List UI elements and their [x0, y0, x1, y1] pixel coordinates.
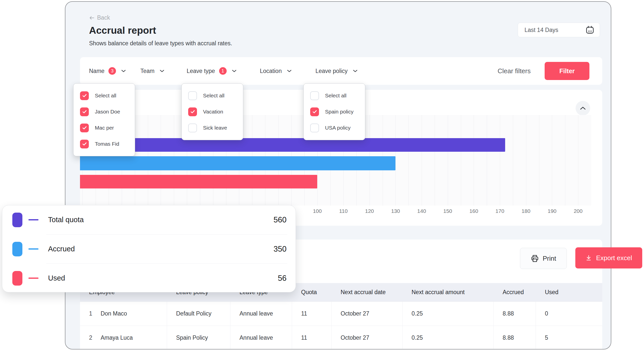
- export-excel-button[interactable]: Export excel: [575, 247, 642, 268]
- table-cell: Default Policy: [167, 302, 230, 326]
- print-button[interactable]: Print: [520, 248, 567, 269]
- dropdown-option-usa-policy[interactable]: USA policy: [304, 120, 365, 136]
- axis-tick-label: 110: [339, 208, 347, 214]
- table-cell: 5: [536, 326, 602, 349]
- checkbox[interactable]: [188, 91, 197, 100]
- checkbox[interactable]: [310, 107, 319, 116]
- col-next-accrual-amount: Next accrual amount: [403, 283, 494, 301]
- table-cell: October 27: [332, 302, 403, 326]
- dropdown-option-tomas-fid[interactable]: Tomas Fid: [73, 136, 135, 152]
- table-cell: 8.88: [494, 302, 536, 326]
- export-excel-label: Export excel: [596, 254, 632, 262]
- filter-name-label: Name: [89, 68, 104, 74]
- filter-name[interactable]: Name 3: [89, 57, 126, 85]
- axis-tick-label: 100: [313, 208, 322, 214]
- dropdown-option-jason-doe[interactable]: Jason Doe: [73, 104, 135, 120]
- filter-bar: Name 3 Team Leave type 1 Location Leave …: [80, 57, 602, 85]
- printer-icon: [531, 254, 539, 263]
- legend-value: 56: [278, 274, 287, 283]
- table-cell: 8.88: [494, 326, 536, 349]
- option-label: Select all: [95, 93, 116, 99]
- clear-filters-button[interactable]: Clear filters: [498, 57, 531, 85]
- option-label: Spain policy: [325, 109, 353, 115]
- calendar-icon: [585, 25, 595, 35]
- table-cell: 11: [292, 326, 332, 349]
- bar-accrued: [80, 156, 395, 170]
- filter-button[interactable]: Filter: [545, 62, 589, 80]
- leave-type-filter-dropdown: Select all Vacation Sick leave: [181, 83, 243, 140]
- row-number: 1: [89, 310, 101, 317]
- filter-name-badge: 3: [108, 67, 116, 75]
- option-label: Jason Doe: [95, 109, 120, 115]
- checkbox[interactable]: [310, 91, 319, 100]
- date-range-picker[interactable]: Last 14 Days: [518, 23, 600, 37]
- chart-legend-card: Total quota 560 Accrued 350 Used 56: [2, 205, 296, 292]
- legend-row-used: Used 56: [2, 264, 296, 293]
- col-quota: Quota: [292, 283, 332, 301]
- filter-leave-type[interactable]: Leave type 1: [187, 57, 237, 85]
- chevron-down-icon: [232, 69, 237, 72]
- option-label: Mac per: [95, 125, 114, 131]
- axis-tick-label: 160: [469, 208, 478, 214]
- total-quota-dash: [28, 219, 38, 220]
- table-cell: October 27: [332, 326, 403, 349]
- page-title: Accrual report: [89, 25, 156, 36]
- col-accrued: Accrued: [494, 283, 536, 301]
- accrued-dash: [28, 248, 38, 250]
- legend-label: Accrued: [48, 245, 75, 253]
- checkbox[interactable]: [310, 124, 319, 132]
- table-cell: 0.25: [403, 302, 494, 326]
- download-icon: [585, 254, 592, 261]
- checkbox[interactable]: [80, 124, 89, 132]
- checkbox[interactable]: [80, 140, 89, 148]
- axis-tick-label: 130: [391, 208, 400, 214]
- employee-name: Amaya Luca: [101, 334, 133, 341]
- page: Back Accrual report Shows balance detail…: [0, 0, 644, 351]
- axis-tick-label: 120: [365, 208, 374, 214]
- checkbox[interactable]: [188, 107, 197, 116]
- leave-policy-filter-dropdown: Select all Spain policy USA policy: [303, 83, 365, 140]
- dropdown-option-vacation[interactable]: Vacation: [182, 104, 243, 120]
- filter-leave-policy[interactable]: Leave policy: [315, 57, 358, 85]
- checkbox[interactable]: [80, 91, 89, 100]
- dropdown-option-mac-per[interactable]: Mac per: [73, 120, 135, 136]
- date-range-value: Last 14 Days: [525, 27, 585, 33]
- dropdown-option-sick-leave[interactable]: Sick leave: [182, 120, 243, 136]
- filter-location[interactable]: Location: [260, 57, 292, 85]
- table-cell: Annual leave: [230, 302, 292, 326]
- dropdown-option-select-all[interactable]: Select all: [304, 88, 365, 104]
- checkbox[interactable]: [80, 107, 89, 116]
- back-link[interactable]: Back: [89, 14, 110, 21]
- legend-row-accrued: Accrued 350: [2, 235, 296, 263]
- bar-total-quota: [80, 138, 505, 152]
- dropdown-option-select-all[interactable]: Select all: [182, 88, 243, 104]
- dropdown-option-select-all[interactable]: Select all: [73, 88, 135, 104]
- name-filter-dropdown: Select all Jason Doe Mac per Tomas Fid: [73, 83, 135, 156]
- axis-tick-label: 170: [496, 208, 504, 214]
- dropdown-option-spain-policy[interactable]: Spain policy: [304, 104, 365, 120]
- legend-row-total-quota: Total quota 560: [2, 205, 296, 234]
- table-row: 1 Don Maco Default Policy Annual leave 1…: [80, 302, 602, 326]
- chevron-down-icon: [287, 69, 292, 72]
- axis-tick-label: 140: [417, 208, 426, 214]
- arrow-left-icon: [89, 16, 95, 20]
- legend-label: Total quota: [48, 216, 84, 224]
- employee-cell: 1 Don Maco: [80, 302, 167, 326]
- employee-name: Don Maco: [101, 310, 127, 317]
- filter-leave-type-badge: 1: [219, 67, 227, 75]
- back-label: Back: [97, 14, 110, 21]
- total-quota-swatch: [12, 213, 22, 227]
- accrual-report-window: Back Accrual report Shows balance detail…: [65, 1, 611, 349]
- option-label: Select all: [203, 93, 224, 99]
- axis-tick-label: 200: [574, 208, 583, 214]
- checkbox[interactable]: [188, 124, 197, 132]
- collapse-chart-button[interactable]: [576, 101, 590, 115]
- chevron-up-icon: [580, 106, 586, 110]
- filter-location-label: Location: [260, 68, 282, 74]
- table-cell: Annual leave: [230, 326, 292, 349]
- filter-team[interactable]: Team: [140, 57, 165, 85]
- employee-cell: 2 Amaya Luca: [80, 326, 167, 349]
- accrued-swatch: [12, 242, 22, 256]
- axis-tick-label: 190: [548, 208, 556, 214]
- table-cell: 11: [292, 302, 332, 326]
